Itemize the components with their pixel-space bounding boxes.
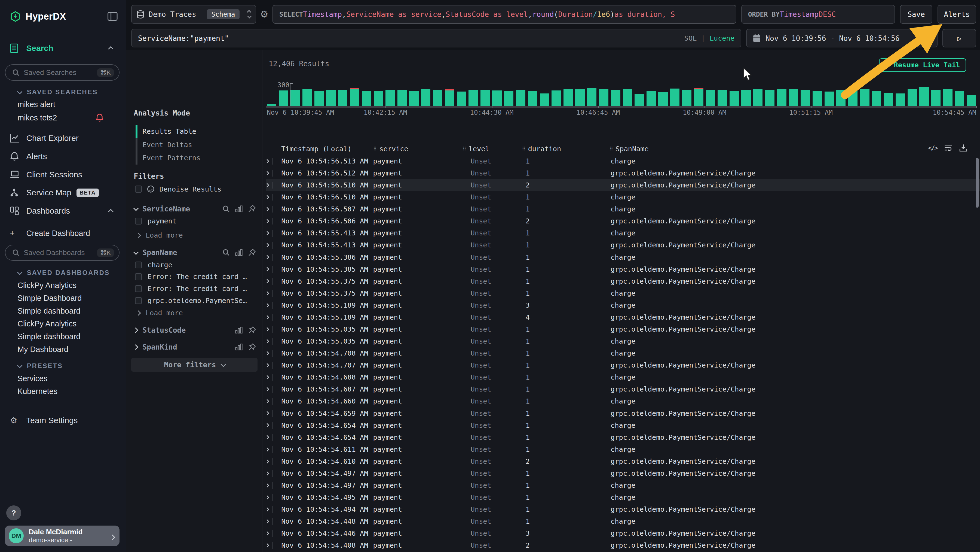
user-menu[interactable]: DM Dale McDiarmid demo-service - bbox=[5, 526, 119, 546]
sidebar-item-dashboard[interactable]: Simple Dashboard bbox=[18, 294, 82, 306]
expand-row-button[interactable] bbox=[266, 350, 281, 357]
more-filters-button[interactable]: More filters bbox=[131, 358, 258, 372]
chevron-up-icon[interactable] bbox=[109, 44, 113, 53]
collapse-sidebar-icon[interactable] bbox=[108, 12, 118, 21]
histogram-bar[interactable] bbox=[540, 93, 549, 107]
table-row[interactable]: Nov 6 10:54:55.386 AMpaymentUnset1charge bbox=[266, 251, 980, 263]
histogram-bar[interactable] bbox=[314, 91, 324, 107]
checkbox[interactable] bbox=[135, 273, 142, 280]
load-more-button[interactable]: Load more bbox=[136, 231, 183, 239]
histogram-bar[interactable] bbox=[409, 91, 418, 107]
mode-event-deltas[interactable]: Event Deltas bbox=[142, 141, 192, 150]
histogram-bar[interactable] bbox=[800, 90, 810, 106]
sidebar-item-team-settings[interactable]: ⚙ Team Settings bbox=[0, 413, 126, 428]
expand-row-button[interactable] bbox=[266, 338, 281, 345]
chevron-up-icon[interactable] bbox=[109, 206, 113, 215]
language-toggle[interactable]: SQL | Lucene bbox=[684, 34, 735, 42]
checkbox[interactable] bbox=[135, 297, 142, 304]
run-query-button[interactable]: ▷ bbox=[942, 29, 976, 48]
expand-row-button[interactable] bbox=[266, 446, 281, 453]
expand-row-button[interactable] bbox=[266, 194, 281, 201]
histogram-bar[interactable] bbox=[730, 91, 739, 107]
sidebar-item-client-sessions[interactable]: Client Sessions bbox=[0, 168, 126, 182]
histogram-bar[interactable] bbox=[908, 89, 917, 106]
histogram-bar[interactable] bbox=[350, 89, 359, 106]
column-header-service[interactable]: ⠿service bbox=[373, 142, 463, 155]
table-row[interactable]: Nov 6 10:54:55.189 AMpaymentUnset3charge bbox=[266, 299, 980, 311]
histogram-bar[interactable] bbox=[931, 89, 940, 107]
histogram-bar[interactable] bbox=[563, 89, 573, 106]
table-row[interactable]: Nov 6 10:54:55.375 AMpaymentUnset1grpc.o… bbox=[266, 275, 980, 287]
expand-row-button[interactable] bbox=[266, 158, 281, 164]
sidebar-item-dashboard[interactable]: Simple dashboard bbox=[18, 306, 82, 319]
histogram-bar[interactable] bbox=[789, 89, 798, 106]
table-row[interactable]: Nov 6 10:54:55.189 AMpaymentUnset4grpc.o… bbox=[266, 311, 980, 323]
search-query-input[interactable]: ServiceName:"payment" SQL | Lucene bbox=[131, 29, 741, 48]
expand-row-button[interactable] bbox=[266, 506, 281, 513]
histogram-bar[interactable] bbox=[813, 91, 822, 106]
lucene-mode-toggle[interactable]: Lucene bbox=[710, 34, 735, 42]
drag-handle-icon[interactable]: ⠿ bbox=[609, 146, 613, 152]
table-row[interactable]: Nov 6 10:54:54.497 AMpaymentUnset1charge bbox=[266, 479, 980, 491]
histogram-bar[interactable] bbox=[480, 89, 490, 107]
table-row[interactable]: Nov 6 10:54:54.708 AMpaymentUnset1charge bbox=[266, 348, 980, 359]
table-row[interactable]: Nov 6 10:54:55.035 AMpaymentUnset1grpc.o… bbox=[266, 323, 980, 335]
histogram-bar[interactable] bbox=[279, 91, 288, 107]
table-row[interactable]: Nov 6 10:54:54.610 AMpaymentUnset2grpc.o… bbox=[266, 455, 980, 467]
vertical-scrollbar[interactable] bbox=[976, 158, 978, 208]
table-row[interactable]: Nov 6 10:54:54.660 AMpaymentUnset1charge bbox=[266, 395, 980, 407]
table-row[interactable]: Nov 6 10:54:54.611 AMpaymentUnset1charge bbox=[266, 443, 980, 455]
table-row[interactable]: Nov 6 10:54:56.512 AMpaymentUnset1grpc.o… bbox=[266, 167, 980, 179]
search-icon[interactable] bbox=[223, 206, 229, 212]
table-row[interactable]: Nov 6 10:54:54.497 AMpaymentUnset1grpc.o… bbox=[266, 467, 980, 479]
histogram-bar[interactable] bbox=[374, 91, 383, 106]
histogram-bar[interactable] bbox=[777, 89, 786, 106]
table-row[interactable]: Nov 6 10:54:54.654 AMpaymentUnset1grpc.o… bbox=[266, 431, 980, 443]
denoise-results-toggle[interactable]: Denoise Results bbox=[135, 185, 221, 193]
help-button[interactable]: ? bbox=[6, 506, 21, 520]
expand-row-button[interactable] bbox=[266, 326, 281, 333]
table-row[interactable]: Nov 6 10:54:54.688 AMpaymentUnset1charge bbox=[266, 371, 980, 383]
table-row[interactable]: Nov 6 10:54:55.375 AMpaymentUnset1charge bbox=[266, 287, 980, 299]
order-by-editor[interactable]: ORDER BY Timestamp DESC bbox=[741, 5, 895, 24]
histogram-bar[interactable] bbox=[433, 90, 442, 107]
pin-icon[interactable] bbox=[248, 343, 256, 351]
bar-chart-icon[interactable] bbox=[235, 327, 243, 333]
expand-row-button[interactable] bbox=[266, 206, 281, 212]
histogram-bar[interactable] bbox=[646, 91, 656, 106]
histogram-bar[interactable] bbox=[753, 89, 762, 107]
histogram-bar[interactable] bbox=[504, 91, 514, 106]
alerts-button[interactable]: Alerts bbox=[937, 5, 976, 24]
histogram-bar[interactable] bbox=[445, 91, 454, 106]
drag-handle-icon[interactable]: ⠿ bbox=[522, 146, 525, 152]
histogram-bar[interactable] bbox=[967, 95, 976, 106]
histogram-bar[interactable] bbox=[421, 89, 430, 106]
column-header-timestamp-local-[interactable]: Timestamp (Local) bbox=[281, 142, 373, 155]
mode-event-patterns[interactable]: Event Patterns bbox=[142, 154, 200, 163]
date-range-picker[interactable]: Nov 6 10:39:56 - Nov 6 10:54:56 bbox=[746, 29, 937, 48]
saved-search-item[interactable]: mikes tets2 bbox=[18, 113, 117, 122]
expand-row-button[interactable] bbox=[266, 542, 281, 549]
sidebar-item-preset[interactable]: Kubernetes bbox=[18, 387, 57, 400]
resume-live-tail-button[interactable]: ⚡ Resume Live Tail bbox=[879, 58, 966, 72]
histogram-bar[interactable] bbox=[575, 89, 584, 106]
create-dashboard-button[interactable]: + Create Dashboard bbox=[0, 227, 126, 240]
saved-searches-section[interactable]: SAVED SEARCHES bbox=[18, 88, 98, 96]
table-row[interactable]: Nov 6 10:54:54.654 AMpaymentUnset1charge bbox=[266, 419, 980, 431]
pin-icon[interactable] bbox=[248, 326, 256, 334]
sidebar-item-dashboard[interactable]: ClickPy Analytics bbox=[18, 319, 82, 332]
expand-row-button[interactable] bbox=[266, 302, 281, 309]
sidebar-item-dashboard[interactable]: My Dashboard bbox=[18, 345, 82, 358]
pin-icon[interactable] bbox=[248, 249, 256, 256]
histogram-bar[interactable] bbox=[824, 91, 834, 106]
histogram-bar[interactable] bbox=[955, 91, 964, 106]
histogram-bar[interactable] bbox=[919, 87, 929, 106]
filter-value-row[interactable]: grpc.oteldemo.PaymentSe… bbox=[135, 295, 258, 306]
saved-dashboards-section[interactable]: SAVED DASHBOARDS bbox=[18, 269, 110, 276]
histogram-bar[interactable] bbox=[741, 89, 751, 106]
drag-handle-icon[interactable]: ⠿ bbox=[463, 146, 466, 152]
filter-group-statuscode[interactable]: StatusCode bbox=[134, 326, 256, 334]
filter-group-spanname[interactable]: SpanName bbox=[134, 248, 256, 257]
histogram-bar[interactable] bbox=[682, 89, 692, 106]
table-row[interactable]: Nov 6 10:54:56.507 AMpaymentUnset1charge bbox=[266, 203, 980, 215]
